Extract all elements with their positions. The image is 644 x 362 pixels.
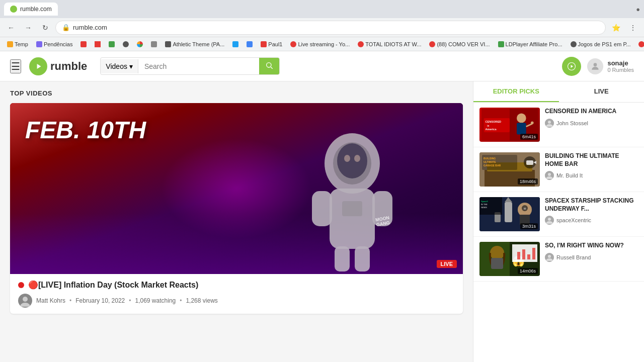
upload-button[interactable] <box>562 57 581 76</box>
search-input[interactable] <box>138 59 259 73</box>
bookmark-twitter[interactable] <box>229 40 242 48</box>
bookmark-temp[interactable]: Temp <box>4 40 31 48</box>
svg-rect-11 <box>312 191 332 226</box>
svg-point-44 <box>548 173 551 176</box>
sidebar-video-4[interactable]: 😱 14m06s <box>473 237 644 282</box>
featured-video-card: FEB. 10TH MOONGANG LIVE 🔴[LIVE] Inflatio… <box>10 103 463 314</box>
bookmark-yt1[interactable] <box>77 40 90 48</box>
video-meta: Matt Kohrs • February 10, 2022 • 1,069 w… <box>18 294 455 308</box>
author-avatar-3 <box>545 216 554 225</box>
video-thumbnail[interactable]: FEB. 10TH MOONGANG LIVE <box>10 103 463 274</box>
user-menu[interactable]: sonaje 0 Rumbles <box>587 58 634 74</box>
bookmark-paul[interactable]: Paul1 <box>258 40 285 48</box>
tab-live[interactable]: LIVE <box>559 81 645 102</box>
hamburger-menu[interactable]: ☰ <box>10 59 21 73</box>
sidebar-video-info-3: SpaceX Starship Stacking Underway F... s… <box>545 197 638 231</box>
bookmark-misc[interactable] <box>148 40 160 48</box>
svg-point-31 <box>548 121 551 124</box>
rumble-logo[interactable]: rumble <box>29 57 87 75</box>
duration-4: 14m06s <box>518 268 538 274</box>
url-text: rumble.com <box>73 24 107 31</box>
sidebar-author-3: spaceXcentric <box>545 216 638 225</box>
browser-tab[interactable]: rumble.com <box>4 3 58 16</box>
site-header: ☰ rumble Videos ▾ <box>0 51 644 81</box>
video-info: 🔴[LIVE] Inflation Day (Stock Market Reac… <box>10 274 463 314</box>
svg-point-17 <box>354 155 360 162</box>
address-bar[interactable]: 🔒 rumble.com <box>55 21 606 35</box>
reload-btn[interactable]: ↻ <box>38 21 52 35</box>
bookmark-yt2[interactable] <box>92 40 104 48</box>
svg-rect-63 <box>491 258 503 269</box>
svg-text:CENSORED: CENSORED <box>485 120 501 123</box>
svg-rect-41 <box>526 160 533 165</box>
rumbles-count: 0 Rumbles <box>607 67 634 73</box>
author-avatar-4 <box>545 253 554 262</box>
forward-btn[interactable]: → <box>21 21 35 35</box>
svg-point-2 <box>267 63 271 67</box>
svg-text:IN THE: IN THE <box>481 203 488 206</box>
video-title: 🔴[LIVE] Inflation Day (Stock Market Reac… <box>18 280 455 290</box>
svg-rect-69 <box>522 249 525 259</box>
header-right: sonaje 0 Rumbles <box>562 57 634 76</box>
bookmark-como[interactable]: (88) COMO VER VI... <box>426 40 493 48</box>
tab-editor-picks[interactable]: EDITOR PICKS <box>473 81 559 102</box>
menu-btn[interactable]: ⋮ <box>626 21 640 35</box>
svg-point-9 <box>337 143 367 178</box>
svg-text:America: America <box>485 128 497 131</box>
views-count: 1,268 views <box>186 297 217 304</box>
bookmark-chrome[interactable] <box>134 40 146 48</box>
bookmark-pendencias[interactable]: Pendências <box>33 40 76 48</box>
svg-rect-47 <box>505 202 512 222</box>
duration-1: 6m41s <box>520 134 538 140</box>
sidebar-thumb-1: CENSORED in America 6m41s <box>479 108 540 142</box>
author-avatar <box>18 294 32 308</box>
svg-line-3 <box>271 67 273 69</box>
search-button[interactable] <box>259 58 279 74</box>
bookmark-ldplayer[interactable]: LDPlayer Affiliate Pro... <box>495 40 566 48</box>
sidebar-video-3[interactable]: SpaceX IN THE NEWS ☠ 3m31s <box>473 192 644 237</box>
svg-text:ULTIMATE: ULTIMATE <box>484 160 496 163</box>
svg-rect-10 <box>330 189 375 249</box>
bookmark-m[interactable] <box>120 40 132 48</box>
bookmark-sonic[interactable]: Sonic Galactic (202... <box>635 40 644 48</box>
svg-rect-27 <box>517 123 526 134</box>
bookmarks-bar: Temp Pendências Athletic Theme (PA... Pa… <box>0 37 644 51</box>
video-date-overlay: FEB. 10TH <box>25 118 146 142</box>
sidebar-title-1: Censored in America <box>545 108 638 116</box>
sidebar-author-4: Russell Brand <box>545 253 638 262</box>
svg-point-73 <box>548 255 551 258</box>
sidebar-title-2: BUILDING THE ULTIMATE HOME BAR <box>545 152 638 168</box>
page-content: ☰ rumble Videos ▾ <box>0 51 644 362</box>
sidebar-video-info-4: So, I'm Right Wing Now? Russell Brand <box>545 242 638 276</box>
bookmark-athletic[interactable]: Athletic Theme (PA... <box>162 40 227 48</box>
svg-point-19 <box>23 297 28 302</box>
sidebar-tabs: EDITOR PICKS LIVE <box>473 81 644 103</box>
bookmark-g2[interactable] <box>244 40 256 48</box>
bookmark-idiots[interactable]: TOTAL IDIOTS AT W... <box>355 40 424 48</box>
svg-text:BUILDING: BUILDING <box>484 157 496 160</box>
username: sonaje <box>607 59 634 67</box>
back-btn[interactable]: ← <box>4 21 18 35</box>
extensions-btn[interactable]: ⭐ <box>609 21 623 35</box>
sidebar-video-2[interactable]: BUILDING ULTIMATE GARAGE BAR 18m46s <box>473 147 644 192</box>
right-sidebar: EDITOR PICKS LIVE CENSOR <box>473 81 644 362</box>
sidebar-video-info-2: BUILDING THE ULTIMATE HOME BAR Mr. Build… <box>545 152 638 187</box>
bookmark-g[interactable] <box>106 40 118 48</box>
logo-text: rumble <box>50 60 87 73</box>
sidebar-video-info-1: Censored in America John Stossel <box>545 108 638 142</box>
sidebar-title-4: So, I'm Right Wing Now? <box>545 242 638 250</box>
top-videos-title: TOP VIDEOS <box>10 89 463 97</box>
search-type-dropdown[interactable]: Videos ▾ <box>101 59 138 73</box>
user-avatar <box>587 58 603 74</box>
sidebar-thumb-2: BUILDING ULTIMATE GARAGE BAR 18m46s <box>479 152 540 187</box>
svg-rect-71 <box>532 248 535 259</box>
main-layout: TOP VIDEOS <box>0 81 644 362</box>
profile-btn[interactable]: ● <box>636 6 640 13</box>
duration-2: 18m46s <box>518 178 538 185</box>
sidebar-video-1[interactable]: CENSORED in America 6m41s <box>473 103 644 147</box>
bookmark-jogos[interactable]: Jogos de PS1 em P... <box>568 40 634 48</box>
watching-count: 1,069 watching <box>135 297 176 304</box>
svg-point-29 <box>531 121 534 124</box>
bookmark-live[interactable]: Live streaming - Yo... <box>287 40 353 48</box>
author-avatar-2 <box>545 171 554 180</box>
